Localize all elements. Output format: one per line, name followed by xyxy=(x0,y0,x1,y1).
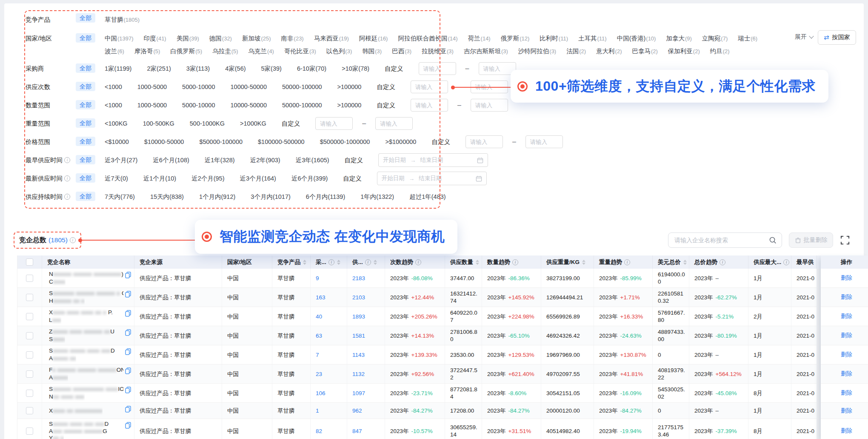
sort-icon[interactable] xyxy=(337,260,340,265)
filter-option[interactable]: 阿根廷(16) xyxy=(359,34,388,43)
cell-count[interactable]: 1097 xyxy=(347,384,385,402)
filter-all-chip-supply-duration[interactable]: 全部 xyxy=(76,192,95,201)
cell-buyers[interactable]: 40 xyxy=(311,307,347,326)
company-search-input[interactable] xyxy=(674,236,769,244)
delete-row-link[interactable]: 删除 xyxy=(821,326,868,345)
filter-option[interactable]: 10000-50000 xyxy=(231,83,267,90)
filter-option[interactable]: 近3个月(27) xyxy=(105,156,137,164)
custom-min-input[interactable] xyxy=(411,80,448,93)
delete-row-link[interactable]: 删除 xyxy=(821,307,868,326)
delete-row-link[interactable]: 删除 xyxy=(821,403,868,419)
column-header-qty[interactable]: 供应数量 xyxy=(445,255,482,269)
filter-option[interactable]: 1000-5000 xyxy=(137,102,167,109)
copy-icon[interactable] xyxy=(125,348,131,355)
cell-count[interactable]: 1581 xyxy=(347,326,385,345)
filter-option[interactable]: 拉脱维亚(3) xyxy=(422,47,454,55)
filter-option[interactable]: <$10000 xyxy=(105,138,129,145)
filter-option[interactable]: >100000 xyxy=(337,102,362,109)
cell-buyers[interactable]: 163 xyxy=(311,288,347,307)
filter-option[interactable]: $50000-100000 xyxy=(199,138,243,145)
filter-option[interactable]: 超过1年(483) xyxy=(409,193,445,201)
custom-option[interactable]: 自定义 xyxy=(345,156,363,164)
filter-option[interactable]: 2家(251) xyxy=(147,65,171,73)
filter-option[interactable]: >1000KG xyxy=(240,120,266,127)
filter-option[interactable]: 5家(39) xyxy=(261,65,282,73)
filter-option[interactable]: 近2个月(95) xyxy=(191,175,224,183)
delete-row-link[interactable]: 删除 xyxy=(821,364,868,384)
row-checkbox[interactable] xyxy=(26,351,33,359)
filter-option[interactable]: 比利时(11) xyxy=(540,34,568,43)
filter-option[interactable]: 近1年(328) xyxy=(205,156,235,164)
cell-buyers[interactable]: 82 xyxy=(311,419,347,439)
filter-option[interactable]: 500-1000KG xyxy=(190,120,225,127)
filter-option[interactable]: >$1000000 xyxy=(385,138,416,145)
delete-row-link[interactable]: 删除 xyxy=(821,269,868,288)
filter-option[interactable]: <1000 xyxy=(105,102,122,109)
row-checkbox[interactable] xyxy=(26,428,33,435)
filter-option[interactable]: 1000-5000 xyxy=(137,83,167,90)
filter-option[interactable]: 瑞士(6) xyxy=(738,34,757,43)
row-checkbox[interactable] xyxy=(26,407,33,414)
filter-option[interactable]: 波兰(6) xyxy=(105,47,124,55)
filter-option[interactable]: 土耳其(11) xyxy=(578,34,607,43)
filter-option[interactable]: >100000 xyxy=(337,83,362,90)
filter-option[interactable]: 吉尔吉斯斯坦(3) xyxy=(464,47,508,55)
copy-icon[interactable] xyxy=(125,406,131,413)
by-country-button[interactable]: ⇄ 按国家 xyxy=(818,30,856,45)
filter-all-chip-buyers[interactable]: 全部 xyxy=(76,63,95,73)
filter-option[interactable]: 白俄罗斯(5) xyxy=(170,47,202,55)
filter-option[interactable]: 1年内(1322) xyxy=(360,193,394,201)
filter-option[interactable]: 近7天(0) xyxy=(105,175,128,183)
copy-icon[interactable] xyxy=(125,422,131,429)
custom-option[interactable]: 自定义 xyxy=(377,83,395,91)
filter-option[interactable]: 法国(2) xyxy=(566,47,586,55)
row-checkbox[interactable] xyxy=(26,390,33,397)
filter-option[interactable]: 韩国(3) xyxy=(362,47,382,55)
custom-max-input[interactable] xyxy=(471,99,508,112)
filter-all-chip-competing-product[interactable]: 全部 xyxy=(76,13,95,23)
filter-option[interactable]: 中国(1397) xyxy=(105,34,134,43)
filter-option[interactable]: 马来西亚(19) xyxy=(314,34,349,43)
sort-icon[interactable] xyxy=(582,260,585,265)
filter-all-chip-price-range[interactable]: 全部 xyxy=(76,137,95,146)
filter-option[interactable]: 乌克兰(4) xyxy=(248,47,274,55)
filter-all-chip-weight-range[interactable]: 全部 xyxy=(76,118,95,128)
filter-option[interactable]: $100000-500000 xyxy=(258,138,305,145)
filter-option[interactable]: 立陶宛(7) xyxy=(702,34,728,43)
filter-option[interactable]: 摩洛哥(5) xyxy=(134,47,160,55)
cell-count[interactable]: 1132 xyxy=(347,364,385,383)
filter-option[interactable]: 3家(113) xyxy=(186,65,210,73)
cell-count[interactable]: 2103 xyxy=(347,288,385,307)
copy-icon[interactable] xyxy=(125,291,131,298)
expand-toggle[interactable]: 展开 xyxy=(795,33,813,41)
sort-icon[interactable] xyxy=(374,260,377,265)
filter-all-chip-quantity-range[interactable]: 全部 xyxy=(76,100,95,109)
filter-option[interactable]: 6个月内(1139) xyxy=(306,193,345,201)
filter-option[interactable]: 哥伦比亚(3) xyxy=(284,47,316,55)
delete-row-link[interactable]: 删除 xyxy=(821,288,868,307)
filter-option[interactable]: 50000-100000 xyxy=(282,83,322,90)
filter-option[interactable]: <100KG xyxy=(105,120,128,127)
custom-max-input[interactable] xyxy=(525,135,563,148)
fullscreen-button[interactable] xyxy=(840,235,850,245)
copy-icon[interactable] xyxy=(125,310,131,317)
filter-option[interactable]: >10家(78) xyxy=(342,65,369,73)
column-header-weight[interactable]: 供应重量/KG xyxy=(541,255,594,269)
row-checkbox[interactable] xyxy=(26,313,33,320)
filter-option[interactable]: 15天内(838) xyxy=(150,193,184,201)
filter-option[interactable]: 7天内(776) xyxy=(105,193,135,201)
filter-all-chip-supply-count[interactable]: 全部 xyxy=(76,82,95,91)
filter-option[interactable]: 新加坡(25) xyxy=(242,34,271,43)
cell-buyers[interactable]: 9 xyxy=(311,269,347,287)
cell-count[interactable]: 847 xyxy=(347,419,385,439)
filter-option[interactable]: 100-500KG xyxy=(143,120,174,127)
filter-all-chip-earliest-supply-time[interactable]: 全部 xyxy=(76,155,95,164)
row-checkbox[interactable] xyxy=(26,332,33,339)
column-header-count[interactable]: 供...i xyxy=(347,255,385,269)
filter-option[interactable]: $500000-1000000 xyxy=(320,138,370,145)
sort-icon[interactable] xyxy=(303,260,306,265)
filter-all-chip-latest-supply-time[interactable]: 全部 xyxy=(76,173,95,183)
filter-option[interactable]: 近3年(1605) xyxy=(296,156,329,164)
filter-option[interactable]: 近6个月(108) xyxy=(153,156,189,164)
row-checkbox[interactable] xyxy=(26,370,33,378)
